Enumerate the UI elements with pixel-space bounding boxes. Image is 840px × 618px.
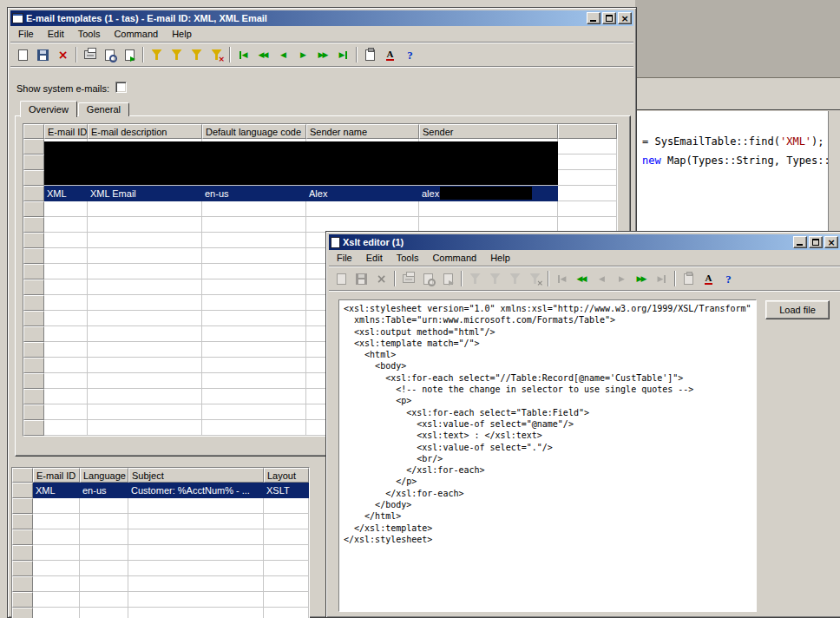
row-selector[interactable] [12, 545, 33, 561]
document-handling-icon[interactable] [360, 45, 380, 64]
grid-cell[interactable] [264, 529, 309, 545]
tab-general[interactable]: General [78, 102, 129, 116]
row-selector[interactable] [23, 201, 44, 217]
column-header[interactable]: E-mail description [88, 124, 202, 139]
grid-cell[interactable] [128, 529, 264, 545]
grid-cell[interactable] [44, 358, 88, 373]
grid-cell[interactable] [88, 233, 202, 248]
menu-help[interactable]: Help [483, 251, 517, 265]
document-handling-icon[interactable] [679, 269, 699, 288]
column-header[interactable]: E-mail ID [33, 468, 80, 483]
maximize-button[interactable] [602, 12, 616, 24]
last-record-icon[interactable] [652, 269, 672, 288]
grid-cell[interactable] [80, 529, 128, 545]
row-selector[interactable] [23, 139, 44, 154]
grid-cell[interactable]: XML [44, 186, 88, 201]
grid-cell[interactable] [202, 358, 306, 373]
grid-cell[interactable] [558, 154, 617, 170]
grid-cell[interactable] [44, 342, 88, 358]
grid-cell[interactable] [80, 592, 128, 608]
row-selector[interactable] [23, 373, 44, 389]
grid-cell[interactable] [264, 514, 309, 529]
save-icon[interactable] [33, 45, 53, 64]
row-selector[interactable] [23, 186, 44, 201]
first-record-icon[interactable] [552, 269, 572, 288]
next-page-icon[interactable] [632, 269, 652, 288]
remove-filter-icon[interactable] [207, 45, 226, 64]
tab-overview[interactable]: Overview [20, 101, 77, 117]
print-icon[interactable] [398, 269, 418, 288]
row-selector[interactable] [23, 389, 44, 404]
grid-cell[interactable] [80, 514, 128, 529]
grid-cell[interactable] [202, 279, 306, 295]
menu-edit[interactable]: Edit [359, 251, 390, 265]
row-selector[interactable] [12, 608, 33, 618]
grid-cell[interactable] [80, 608, 128, 618]
window-icon[interactable] [331, 237, 340, 248]
grid-cell[interactable]: en-us [202, 186, 306, 201]
grid-cell[interactable] [44, 233, 88, 248]
row-selector[interactable] [23, 248, 44, 264]
grid-cell[interactable] [44, 201, 88, 217]
row-selector[interactable] [23, 264, 44, 279]
grid-cell[interactable] [202, 248, 306, 264]
grid-cell[interactable] [128, 545, 264, 561]
grid-cell[interactable]: XML Email [88, 186, 202, 201]
row-selector[interactable] [23, 154, 44, 170]
grid-cell[interactable]: Customer: %AcctNum% - ... [128, 483, 264, 498]
row-selector[interactable] [23, 358, 44, 373]
grid-cell[interactable] [419, 201, 558, 217]
font-icon[interactable] [380, 45, 400, 64]
grid-cell[interactable] [88, 295, 202, 311]
row-selector[interactable] [23, 295, 44, 311]
grid-cell[interactable] [202, 420, 306, 436]
column-header[interactable]: Sender [419, 124, 558, 139]
grid-cell[interactable] [128, 498, 264, 514]
row-selector[interactable] [12, 529, 33, 545]
row-selector[interactable] [23, 170, 44, 186]
column-header[interactable]: Sender name [306, 124, 419, 139]
grid-cell[interactable] [202, 233, 306, 248]
grid-cell[interactable] [264, 576, 309, 592]
menu-edit[interactable]: Edit [41, 27, 71, 41]
grid-cell[interactable] [33, 592, 80, 608]
grid-cell[interactable] [33, 514, 80, 529]
grid-cell[interactable] [202, 389, 306, 404]
grid-cell[interactable] [88, 248, 202, 264]
row-selector[interactable] [12, 576, 33, 592]
grid-cell[interactable] [88, 358, 202, 373]
grid-cell[interactable] [44, 279, 88, 295]
print-icon[interactable] [80, 45, 100, 64]
row-selector[interactable] [23, 217, 44, 233]
row-selector[interactable] [23, 420, 44, 436]
menu-command[interactable]: Command [425, 251, 483, 265]
grid-cell[interactable] [128, 608, 264, 618]
menu-help[interactable]: Help [165, 27, 199, 41]
grid-cell[interactable] [264, 592, 309, 608]
minimize-button[interactable] [587, 12, 600, 24]
xslt-code-editor[interactable]: <xsl:stylesheet version="1.0" xmlns:xsl=… [338, 299, 757, 612]
grid-cell[interactable] [306, 201, 419, 217]
grid-cell[interactable] [88, 326, 202, 342]
new-icon[interactable] [13, 45, 33, 64]
column-header[interactable]: Default language code [202, 124, 306, 139]
help-icon[interactable] [719, 269, 738, 288]
grid-cell[interactable] [558, 186, 617, 201]
row-selector[interactable] [12, 514, 33, 529]
grid-cell[interactable] [202, 217, 306, 233]
grid-cell[interactable] [202, 201, 306, 217]
grid-cell[interactable] [202, 311, 306, 326]
grid-cell[interactable] [88, 311, 202, 326]
grid-cell[interactable] [33, 561, 80, 576]
grid-cell[interactable] [202, 326, 306, 342]
grid-cell[interactable] [88, 389, 202, 404]
titlebar[interactable]: E-mail templates (1 - tas) - E-mail ID: … [10, 10, 633, 26]
grid-cell[interactable] [80, 545, 128, 561]
grid-cell[interactable]: XML [33, 483, 80, 498]
grid-cell[interactable]: en-us [80, 483, 128, 498]
row-selector[interactable] [12, 483, 33, 498]
grid-cell[interactable] [88, 373, 202, 389]
row-selector[interactable] [23, 404, 44, 420]
row-selector[interactable] [23, 233, 44, 248]
column-header[interactable]: Layout [264, 468, 309, 483]
